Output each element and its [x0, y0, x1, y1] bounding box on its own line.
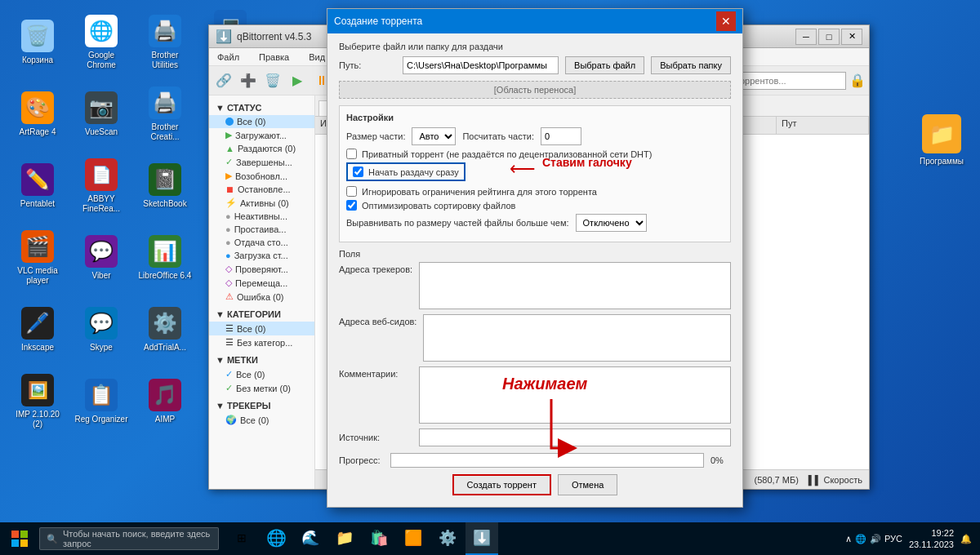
sidebar-item-cat-all[interactable]: ☰Все (0) [209, 322, 314, 335]
sidebar-item-tag-none[interactable]: ✓Без метки (0) [209, 381, 314, 395]
icon-label-inkscape: Inkscape [21, 343, 54, 353]
icon-label-pentablet: Pentablet [20, 199, 55, 209]
private-checkbox[interactable] [346, 149, 357, 159]
align-select[interactable]: Отключено [576, 214, 647, 232]
optimize-checkbox[interactable] [346, 200, 357, 211]
svg-rect-3 [20, 539, 28, 547]
qbt-maximize-btn[interactable]: □ [818, 29, 840, 45]
sidebar-item-stalled[interactable]: ●Простаива... [209, 223, 314, 236]
icon-brother[interactable]: 🖨️ BrotherUtilities [134, 7, 196, 78]
notification-icon[interactable]: 🔔 [960, 534, 972, 544]
taskbar-search-box[interactable]: 🔍 Чтобы начать поиск, введите здесь запр… [39, 527, 219, 550]
icon-regorg[interactable]: 📋 Reg Organizer [70, 366, 132, 437]
sidebar-item-completed[interactable]: ✓Завершены... [209, 155, 314, 169]
taskbar-qbt-app[interactable]: ⬇️ [466, 522, 498, 555]
file-btn[interactable]: Выбрать файл [565, 56, 644, 74]
sidebar-item-inactive[interactable]: ●Неактивны... [209, 210, 314, 223]
sidebar-item-active[interactable]: ⚡Активны (0) [209, 196, 314, 210]
start-seeding-wrapper: Начать раздачу сразу ⟵ Ставим галочку [346, 162, 724, 181]
taskbar-clock[interactable]: 19:22 23.11.2023 [909, 527, 954, 551]
count-input[interactable] [541, 127, 581, 145]
toolbar-delete-btn[interactable]: 🗑️ [261, 69, 284, 92]
taskbar-app5[interactable]: 🟧 [397, 522, 430, 555]
icon-abbyy[interactable]: 📄 ABBYY FineRea... [70, 150, 132, 222]
trackers-input[interactable] [419, 262, 731, 309]
cancel-btn[interactable]: Отмена [558, 474, 617, 495]
icon-label-vuescan: VueScan [85, 127, 118, 137]
chunk-row: Размер части: Авто Посчитать части: [346, 127, 724, 145]
ignore-label: Игнорировать ограничения рейтинга для эт… [362, 187, 597, 197]
icon-aimp[interactable]: 🎵 AIMP [134, 366, 196, 437]
menu-file[interactable]: Файл [212, 51, 244, 64]
transfer-area[interactable]: [Область переноса] [339, 81, 731, 99]
icon-inkscape[interactable]: 🖊️ Inkscape [7, 294, 69, 366]
sidebar-item-resumed[interactable]: ▶Возобновл... [209, 169, 314, 183]
icon-label-korzina: Корзина [22, 56, 53, 65]
sidebar-item-moving[interactable]: ◇Перемеща... [209, 276, 314, 290]
icon-skype[interactable]: 💬 Skype [70, 294, 132, 366]
sidebar-item-tracker-all[interactable]: 🌍Все (0) [209, 413, 314, 427]
qbt-close-btn[interactable]: ✕ [841, 29, 862, 45]
sidebar-item-stopped[interactable]: ⏹Остановле... [209, 183, 314, 196]
toolbar-add2-btn[interactable]: ➕ [237, 69, 260, 92]
dialog-close-btn[interactable]: ✕ [716, 11, 736, 31]
taskbar-taskview-btn[interactable]: ⊞ [225, 522, 258, 555]
icon-artrage[interactable]: 🎨 ArtRage 4 [7, 78, 69, 150]
taskbar-search-text: Чтобы начать поиск, введите здесь запрос [63, 529, 212, 548]
taskbar-chrome-app[interactable]: 🌐 [260, 522, 292, 555]
ignore-checkbox[interactable] [346, 186, 357, 197]
sidebar-tags-header: ▼ МЕТКИ [209, 353, 314, 367]
icon-libreoffice[interactable]: 📊 LibreOffice 6.4 [134, 222, 196, 294]
taskbar-store-app[interactable]: 🛍️ [363, 522, 395, 555]
toolbar-add-btn[interactable]: 🔗 [212, 69, 235, 92]
icon-brother2[interactable]: 🖨️ BrotherCreati... [134, 78, 196, 150]
icon-sketchbook[interactable]: 📓 SketchBook [134, 150, 196, 222]
icon-chrome[interactable]: 🌐 Google Chrome [70, 7, 132, 78]
sidebar-item-tag-all[interactable]: ✓Все (0) [209, 367, 314, 381]
chevron-up-icon[interactable]: ∧ [845, 534, 852, 544]
annotation-text-checkbox: Ставим галочку [542, 156, 632, 169]
sidebar-item-dl-stalled[interactable]: ●Загрузка ст... [209, 249, 314, 262]
chunk-select[interactable]: Авто [412, 127, 456, 145]
sidebar-item-seeding[interactable]: ▲Раздаются (0) [209, 142, 314, 155]
start-label: Начать раздачу сразу [368, 167, 459, 177]
count-label: Посчитать части: [462, 131, 533, 141]
status-speed: ▌▌ Скорость [808, 475, 862, 485]
sidebar-item-all[interactable]: Все (0) [209, 115, 314, 128]
taskbar-app6[interactable]: ⚙️ [431, 522, 464, 555]
menu-edit[interactable]: Правка [254, 51, 294, 64]
progress-pct: 0% [710, 455, 731, 465]
icon-korzina[interactable]: 🗑️ Корзина [7, 7, 69, 78]
icon-vlc[interactable]: 🎬 VLC media player [7, 222, 69, 294]
volume-icon[interactable]: 🔊 [870, 534, 881, 544]
path-input[interactable] [403, 56, 559, 74]
icon-programs[interactable]: 📁 Программы [920, 114, 964, 166]
start-button[interactable] [0, 522, 39, 555]
desktop-icons-grid: 🗑️ Корзина 🌐 Google Chrome 🖨️ BrotherUti… [7, 7, 198, 437]
sidebar-item-error[interactable]: ⚠Ошибка (0) [209, 290, 314, 304]
toolbar-resume-btn[interactable]: ▶ [286, 69, 309, 92]
icon-addtrial[interactable]: ⚙️ AddTrialA... [134, 294, 196, 366]
webseeds-input[interactable] [423, 314, 731, 362]
sidebar-item-uploading[interactable]: ●Отдача сто... [209, 236, 314, 249]
sidebar-item-checking[interactable]: ◇Проверяют... [209, 262, 314, 276]
col-put: Пут [777, 117, 869, 134]
create-torrent-btn[interactable]: Создать торрент [452, 474, 551, 495]
taskbar-explorer-app[interactable]: 📁 [328, 522, 361, 555]
taskbar-apps: ⊞ 🌐 🌊 📁 🛍️ 🟧 ⚙️ ⬇️ [225, 522, 498, 555]
icon-vuescan[interactable]: 📷 VueScan [70, 78, 132, 150]
sidebar-item-cat-none[interactable]: ☰Без категор... [209, 335, 314, 349]
taskbar-date-display: 23.11.2023 [909, 539, 954, 550]
taskbar-edge-app[interactable]: 🌊 [294, 522, 327, 555]
folder-btn[interactable]: Выбрать папку [651, 56, 731, 74]
qbt-minimize-btn[interactable]: ─ [795, 29, 817, 45]
qbt-search-input[interactable] [732, 72, 846, 90]
start-seeding-checkbox[interactable] [353, 166, 363, 177]
fields-section: Поля Адреса трекеров: Адреса веб-сидов: … [339, 249, 731, 468]
taskbar-time-display: 19:22 [909, 527, 954, 539]
icon-viber[interactable]: 💬 Viber [70, 222, 132, 294]
taskbar: 🔍 Чтобы начать поиск, введите здесь запр… [0, 522, 980, 555]
sidebar-item-downloading[interactable]: ▶Загружают... [209, 128, 314, 142]
icon-pentablet[interactable]: ✏️ Pentablet [7, 150, 69, 222]
icon-gimp[interactable]: 🖼️ IMP 2.10.20 (2) [7, 366, 69, 437]
